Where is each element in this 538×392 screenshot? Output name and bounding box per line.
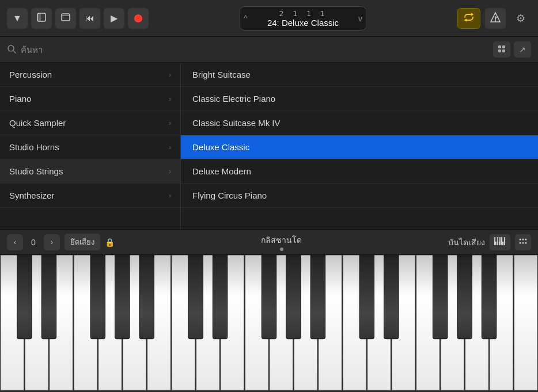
presets-panel: Bright Suitcase Classic Electric Piano C… [181, 63, 538, 229]
prev-nav-button[interactable]: ‹ [7, 234, 23, 250]
category-item-quick-sampler[interactable]: Quick Sampler › [0, 111, 180, 135]
category-label: Studio Strings [9, 166, 63, 176]
preset-label: Deluxe Classic [192, 142, 249, 152]
chevron-right-icon: › [169, 71, 171, 79]
metronome-icon [490, 12, 501, 25]
dots-button[interactable] [515, 234, 531, 250]
preset-item-classic-electric-piano[interactable]: Classic Electric Piano [181, 87, 538, 111]
preset-label: Classic Suitcase Mk IV [192, 118, 281, 128]
svg-point-24 [520, 242, 521, 244]
svg-point-26 [525, 242, 527, 244]
transport-name: 24: Deluxe Classic [267, 18, 339, 28]
grid-view-button[interactable] [493, 41, 510, 58]
category-label: Studio Horns [9, 142, 59, 152]
transport-center: ^ 2 1 1 1 24: Deluxe Classic v [153, 6, 453, 31]
preset-label: Bright Suitcase [192, 70, 251, 79]
play-button[interactable]: ▶ [104, 8, 124, 29]
toolbar: ▼ ⏮ ▶ [0, 0, 538, 37]
category-item-studio-strings[interactable]: Studio Strings › [0, 159, 180, 184]
library-icon [36, 12, 47, 24]
next-icon: › [51, 238, 53, 246]
transport-prev-button[interactable]: ^ [244, 14, 248, 23]
expand-icon: ↗ [519, 45, 526, 54]
chevron-right-icon: › [169, 143, 171, 151]
glissando-dot [280, 248, 283, 251]
preset-label: Flying Circus Piano [192, 191, 267, 200]
svg-rect-12 [502, 50, 505, 52]
category-label: Synthesizer [9, 191, 54, 200]
preset-item-deluxe-modern[interactable]: Deluxe Modern [181, 159, 538, 184]
transport-next-button[interactable]: v [358, 14, 362, 23]
preset-item-classic-suitcase-mk4[interactable]: Classic Suitcase Mk IV [181, 111, 538, 135]
grid-icon [498, 45, 506, 55]
svg-rect-18 [495, 237, 497, 242]
chevron-right-icon: › [169, 95, 171, 103]
svg-point-22 [522, 239, 524, 241]
loop-icon [463, 13, 475, 24]
search-actions: ↗ [493, 41, 531, 58]
preset-label: Classic Electric Piano [192, 94, 275, 104]
piano-icon [494, 237, 506, 248]
svg-point-25 [522, 242, 524, 244]
main-content: Percussion › Piano › Quick Sampler › Stu… [0, 63, 538, 230]
window-button[interactable] [55, 8, 76, 29]
hold-label: ยึดเสียง [70, 238, 94, 246]
transport-display: ^ 2 1 1 1 24: Deluxe Classic v [240, 6, 366, 31]
preset-item-deluxe-classic[interactable]: Deluxe Classic [181, 135, 538, 159]
chevron-right-icon: › [169, 192, 171, 200]
svg-rect-20 [502, 237, 504, 242]
svg-line-8 [13, 51, 16, 53]
bottom-controls-bar: ‹ 0 › ยึดเสียง 🔒 กลิสซานโด บันไดเสียง [0, 230, 538, 255]
record-button[interactable] [128, 8, 149, 29]
toolbar-left: ▼ ⏮ ▶ [7, 8, 149, 29]
svg-rect-2 [62, 14, 70, 21]
piano-keyboard [0, 255, 538, 392]
library-button[interactable] [31, 8, 52, 29]
categories-panel: Percussion › Piano › Quick Sampler › Stu… [0, 63, 181, 229]
category-item-piano[interactable]: Piano › [0, 87, 180, 111]
chevron-right-icon: › [169, 168, 171, 176]
svg-rect-19 [498, 237, 499, 242]
rewind-button[interactable]: ⏮ [79, 8, 100, 29]
chevron-right-icon: › [169, 119, 171, 127]
piano-view-button[interactable] [490, 234, 510, 250]
search-bar: ↗ [0, 37, 538, 63]
toolbar-right: ⚙ [457, 8, 531, 29]
category-label: Piano [9, 94, 31, 104]
svg-point-23 [525, 239, 527, 241]
transport-counter: 2 1 1 1 [279, 9, 327, 18]
play-icon: ▶ [111, 13, 118, 24]
dropdown-button[interactable]: ▼ [7, 8, 28, 29]
page-number: 0 [28, 238, 39, 247]
preset-item-flying-circus-piano[interactable]: Flying Circus Piano [181, 184, 538, 208]
rewind-icon: ⏮ [85, 13, 94, 24]
next-nav-button[interactable]: › [44, 234, 60, 250]
category-label: Percussion [9, 70, 52, 79]
record-label: บันไดเสียง [448, 236, 485, 249]
loop-button[interactable] [457, 8, 480, 29]
hold-button[interactable]: ยึดเสียง [65, 234, 100, 250]
category-item-synthesizer[interactable]: Synthesizer › [0, 184, 180, 208]
prev-icon: ‹ [14, 238, 16, 246]
preset-item-bright-suitcase[interactable]: Bright Suitcase [181, 63, 538, 87]
svg-rect-10 [502, 45, 505, 48]
window-icon [61, 13, 70, 24]
search-icon [7, 44, 16, 55]
glissando-text: กลิสซานโด [261, 234, 302, 246]
preset-label: Deluxe Modern [192, 166, 251, 176]
dropdown-icon: ▼ [13, 13, 22, 24]
record-icon [134, 14, 142, 22]
category-item-studio-horns[interactable]: Studio Horns › [0, 135, 180, 159]
dots-icon [518, 237, 528, 248]
svg-rect-11 [498, 50, 501, 52]
svg-rect-1 [37, 13, 41, 21]
metronome-button[interactable] [485, 8, 506, 29]
category-label: Quick Sampler [9, 118, 66, 128]
glissando-label: กลิสซานโด [119, 234, 444, 251]
arrow-button[interactable]: ↗ [514, 41, 531, 58]
lock-icon: 🔒 [105, 238, 115, 247]
settings-icon: ⚙ [516, 12, 525, 25]
search-input[interactable] [21, 45, 488, 55]
settings-button[interactable]: ⚙ [510, 8, 531, 29]
category-item-percussion[interactable]: Percussion › [0, 63, 180, 87]
